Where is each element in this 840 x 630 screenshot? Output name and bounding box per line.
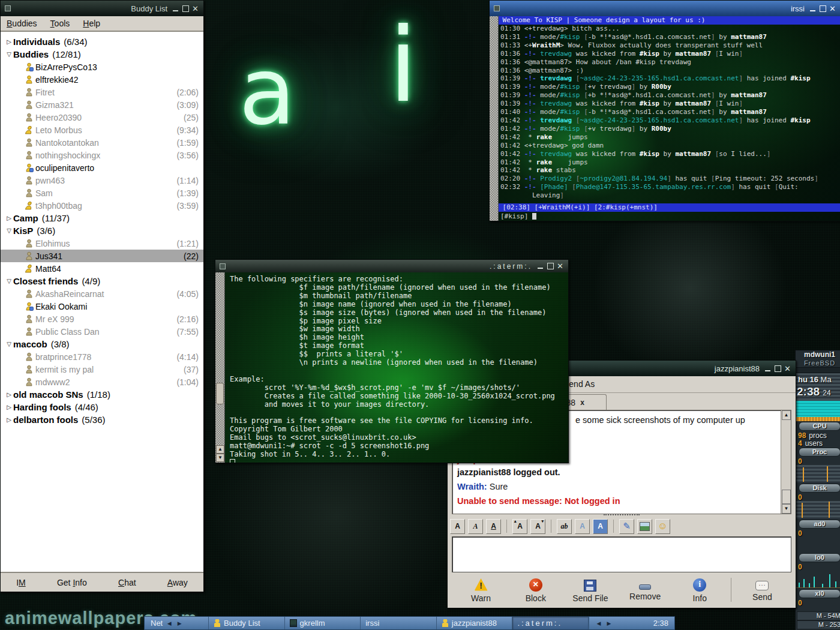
buddy-row[interactable]: pwn463 (1:14) xyxy=(1,174,203,187)
irssi-input-line[interactable]: [#kisp] xyxy=(500,212,536,221)
group-expander[interactable]: ▽ xyxy=(5,227,13,234)
group-expander[interactable]: ▷ xyxy=(5,404,13,410)
workspace-prev-icon[interactable]: ◀ xyxy=(166,620,173,626)
buddy-row[interactable]: Public Class Dan (7:55) xyxy=(1,325,203,338)
buddy-group-row[interactable]: ▷ Harding fools (4/46) xyxy=(1,401,203,413)
chat-button[interactable]: Chat xyxy=(118,578,136,587)
im-button[interactable]: IM xyxy=(16,578,26,587)
menu-help[interactable]: Help xyxy=(83,19,100,28)
font-face-button[interactable]: ab xyxy=(557,519,572,534)
minimize-button[interactable] xyxy=(809,5,816,12)
aterm-terminal[interactable]: The following specifiers are recognised:… xyxy=(225,272,568,463)
buddy-row[interactable]: Jus341 (22) xyxy=(1,250,203,262)
window-stick-icon[interactable] xyxy=(5,5,11,11)
insert-image-icon[interactable] xyxy=(637,519,652,534)
underline-button[interactable]: A xyxy=(486,519,501,534)
buddy-row[interactable]: Leto Morbus (9:34) xyxy=(1,124,203,136)
buddy-group-row[interactable]: ▽ Buddies (12/81) xyxy=(1,48,203,61)
resize-gripper[interactable] xyxy=(604,514,640,515)
warn-button[interactable]: Warn xyxy=(454,577,508,603)
cpu-panel-button[interactable]: CPU xyxy=(799,422,840,431)
buddy-row[interactable]: Sam (1:39) xyxy=(1,187,203,199)
message-input[interactable] xyxy=(452,536,791,572)
window-stick-icon[interactable] xyxy=(220,263,226,269)
group-expander[interactable]: ▷ xyxy=(5,38,13,45)
minimize-button[interactable] xyxy=(537,263,544,269)
tab-close-icon[interactable]: x xyxy=(580,398,584,407)
send-button[interactable]: Send xyxy=(735,578,790,602)
maximize-button[interactable] xyxy=(775,365,781,372)
irssi-titlebar[interactable]: irssi xyxy=(490,1,840,16)
group-expander[interactable]: ▽ xyxy=(5,51,13,58)
tasks-next-icon[interactable]: ▶ xyxy=(605,620,613,626)
minimize-button[interactable] xyxy=(764,365,771,372)
buddy-row[interactable]: oculipenitaverto xyxy=(1,161,203,174)
taskbar-task[interactable]: jazzpianist88 xyxy=(437,617,513,629)
maximize-button[interactable] xyxy=(182,5,189,12)
send-file-button[interactable]: Send File xyxy=(563,577,617,603)
close-button[interactable] xyxy=(193,5,199,12)
buddy-row[interactable]: AkashaReincarnat (4:05) xyxy=(1,287,203,300)
buddy-row[interactable]: Mr eX 999 (2:16) xyxy=(1,313,203,325)
buddy-row[interactable]: bratprince1778 (4:14) xyxy=(1,350,203,363)
away-button[interactable]: Away xyxy=(167,578,188,587)
buddy-group-row[interactable]: ▽ Closest friends (4/9) xyxy=(1,275,203,287)
xl0-panel-button[interactable]: xl0 xyxy=(799,589,840,598)
italic-button[interactable]: A xyxy=(468,519,483,534)
gkrellm-monitor[interactable]: mdwuni1 FreeBSD hu 16 Ma 2:38 24 CPU 98p… xyxy=(795,350,840,630)
insert-link-icon[interactable]: ✎ xyxy=(619,519,634,534)
minimize-button[interactable] xyxy=(172,5,179,12)
group-expander[interactable]: ▷ xyxy=(5,391,13,398)
close-button[interactable] xyxy=(785,365,791,372)
smiley-icon[interactable]: ☺ xyxy=(655,519,670,534)
scrollbar-thumb[interactable] xyxy=(216,383,224,404)
group-expander[interactable]: ▷ xyxy=(5,416,13,423)
larger-text-button[interactable]: A xyxy=(512,519,527,534)
maximize-button[interactable] xyxy=(820,5,826,12)
lo0-panel-button[interactable]: lo0 xyxy=(799,553,840,562)
buddy-row[interactable]: kermit is my pal (37) xyxy=(1,363,203,376)
buddy-row[interactable]: Fitret (2:06) xyxy=(1,86,203,98)
group-expander[interactable]: ▽ xyxy=(5,341,13,347)
get-info-button[interactable]: Get Info xyxy=(57,578,87,587)
scroll-up-icon[interactable]: ▲ xyxy=(216,445,224,454)
buddy-row[interactable]: elftrekkie42 xyxy=(1,73,203,86)
ad0-panel-button[interactable]: ad0 xyxy=(799,520,840,529)
block-button[interactable]: Block xyxy=(508,577,563,603)
scroll-up-icon[interactable]: ▲ xyxy=(782,410,791,420)
menu-tools[interactable]: Tools xyxy=(50,19,70,28)
buddy-row[interactable]: Gizma321 (3:09) xyxy=(1,98,203,111)
buddy-group-row[interactable]: ▷ delbarton fools (5/36) xyxy=(1,413,203,426)
taskbar-task[interactable]: .:aterm:. xyxy=(512,617,589,629)
bold-button[interactable]: A xyxy=(450,519,465,534)
terminal-scrollbar[interactable] xyxy=(490,16,499,221)
scroll-down-icon[interactable]: ▼ xyxy=(216,454,224,462)
taskbar-task[interactable]: Buddy List xyxy=(209,617,285,629)
workspace-next-icon[interactable]: ▶ xyxy=(176,620,183,626)
font-color-button[interactable]: A xyxy=(575,519,590,534)
info-button[interactable]: Info xyxy=(673,577,727,603)
buddy-row[interactable]: BizArrePysCo13 xyxy=(1,61,203,73)
remove-button[interactable]: Remove xyxy=(618,578,673,601)
message-scrollbar[interactable]: ▲ ▼ xyxy=(781,410,791,514)
buddy-group-row[interactable]: ▷ Individuals (6/34) xyxy=(1,35,203,48)
terminal-scrollbar[interactable]: ▲ ▼ xyxy=(215,272,225,463)
buddy-row[interactable]: t3hph00tbag (3:59) xyxy=(1,199,203,212)
buddy-row[interactable]: Elohimus (1:21) xyxy=(1,237,203,250)
proc-panel-button[interactable]: Proc xyxy=(799,448,840,457)
close-button[interactable] xyxy=(830,5,836,12)
buddy-group-row[interactable]: ▽ KisP (3/6) xyxy=(1,224,203,237)
buddy-row[interactable]: Nantokotantokan (1:59) xyxy=(1,136,203,149)
close-button[interactable] xyxy=(557,263,564,269)
buddy-list-titlebar[interactable]: Buddy List xyxy=(1,1,203,16)
scrollbar-thumb[interactable] xyxy=(782,490,791,504)
buddy-row[interactable]: mdwww2 (1:04) xyxy=(1,376,203,388)
taskbar-task[interactable]: irssi xyxy=(361,617,437,629)
menu-buddies[interactable]: Buddies xyxy=(7,19,37,28)
smaller-text-button[interactable]: A xyxy=(530,519,545,534)
buddy-group-row[interactable]: ▷ Camp (11/37) xyxy=(1,212,203,224)
group-expander[interactable]: ▽ xyxy=(5,278,13,284)
background-color-button[interactable]: A xyxy=(593,519,608,534)
buddy-row[interactable]: Heero20390 (25) xyxy=(1,111,203,124)
taskbar-task[interactable]: gkrellm xyxy=(285,617,361,629)
